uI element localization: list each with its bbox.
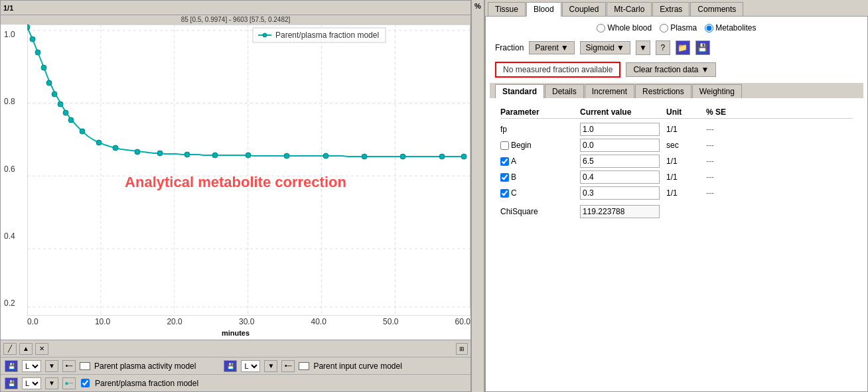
svg-point-20 [58,101,63,107]
question-icon-btn[interactable]: ? [656,40,670,55]
main-tab-bar: Tissue Blood Coupled Mt-Carlo Extras Com… [485,0,868,16]
legend-row-activity: 💾 L ▼ •─ Parent plasma activity model 💾 … [1,357,470,374]
fraction-checkbox[interactable] [81,379,90,387]
params-header: Parameter Current value Unit % SE [500,106,853,119]
tab-comments[interactable]: Comments [690,2,743,16]
tab-blood[interactable]: Blood [526,2,561,17]
tab-coupled[interactable]: Coupled [562,2,607,16]
radio-metabolites-label: Metabolites [715,23,756,33]
param-b-label: B [500,172,580,182]
param-checkbox-c[interactable] [500,189,509,198]
param-pct-fp: --- [706,125,746,134]
size-select-3[interactable]: L [22,377,41,389]
param-unit-begin: sec [666,141,706,150]
param-input-fp[interactable] [580,123,660,136]
param-unit-c: 1/1 [666,188,706,198]
svg-point-28 [184,152,190,157]
dropdown-btn-1[interactable]: ▼ [45,360,58,372]
param-begin-label: Begin [500,141,580,150]
sub-tab-increment[interactable]: Increment [585,84,634,98]
pct-label: % [474,2,481,10]
param-row-b: B 1/1 --- [500,169,853,185]
dropdown-btn-2[interactable]: ▼ [264,360,277,372]
size-select-2[interactable]: L [241,360,260,372]
radio-whole-blood-input[interactable] [597,24,605,33]
toolbar-close-btn[interactable]: ✕ [35,343,48,355]
param-pct-c: --- [706,188,746,198]
chart-coord-label: 85 [0.5, 0.9974] - 9603 [57.5, 0.2482] [1,15,470,25]
save-btn-2[interactable]: 💾 [224,360,237,372]
legend-color-2 [299,362,309,370]
chisquare-label: ChiSquare [500,207,580,216]
param-checkbox-begin[interactable] [500,141,509,150]
folder-icon-btn[interactable]: 📁 [676,40,690,55]
sub-tab-restrictions[interactable]: Restrictions [635,84,691,98]
toolbar-line-btn[interactable]: ╱ [3,343,17,355]
param-name-c: C [511,188,517,198]
tab-content: Whole blood Plasma Metabolites Fraction … [485,16,868,392]
radio-whole-blood: Whole blood [597,23,652,33]
param-row-fp: fp 1/1 --- [500,121,853,137]
alert-box: No measured fraction available [495,62,620,78]
tab-tissue[interactable]: Tissue [488,2,526,16]
save-btn-1[interactable]: 💾 [5,360,18,372]
param-checkbox-a[interactable] [500,157,509,166]
dot-btn-3[interactable]: ●─ [62,377,76,389]
toolbar-expand-btn[interactable]: ⊞ [456,343,468,355]
fraction-dropdown[interactable]: Parent ▼ [529,41,574,54]
param-unit-b: 1/1 [666,172,706,182]
dot-btn-1[interactable]: •─ [62,360,76,372]
col-parameter: Parameter [500,107,580,117]
chart-svg: Parent/plasma fraction model [27,25,470,316]
radio-metabolites-input[interactable] [705,24,713,33]
model-dropdown[interactable]: Sigmoid ▼ [580,41,630,54]
sub-tab-weighting[interactable]: Weighting [692,84,742,98]
param-row-a: A 1/1 --- [500,153,853,169]
clear-chevron-icon: ▼ [701,65,709,74]
toolbar-up-btn[interactable]: ▲ [19,343,33,355]
save-btn-3[interactable]: 💾 [5,377,18,389]
save-icon-btn[interactable]: 💾 [695,40,710,55]
param-name-fp: fp [500,125,580,134]
dot-btn-2[interactable]: •─ [281,360,295,372]
param-input-c[interactable] [580,186,660,200]
sub-tab-details[interactable]: Details [545,84,584,98]
legend-label-fraction: Parent/plasma fraction model [95,379,198,388]
chart-x-labels: 0.0 10.0 20.0 30.0 40.0 50.0 60.0 [27,317,470,326]
legend-row-fraction: 💾 L ▼ ●─ Parent/plasma fraction model [1,374,470,391]
svg-text:Parent/plasma fraction model: Parent/plasma fraction model [275,31,379,40]
param-row-begin: Begin sec --- [500,137,853,153]
param-c-label: C [500,188,580,198]
size-select-1[interactable]: L [22,360,41,372]
svg-point-36 [461,154,467,159]
filter-icon-btn[interactable]: ▼ [636,40,650,55]
sub-tab-standard[interactable]: Standard [495,84,544,98]
svg-point-25 [113,145,118,151]
svg-point-22 [68,117,74,123]
svg-point-18 [46,80,52,86]
tab-mtcarlo[interactable]: Mt-Carlo [607,2,652,16]
clear-fraction-btn[interactable]: Clear fraction data ▼ [626,62,716,77]
param-checkbox-b[interactable] [500,173,509,182]
param-a-label: A [500,157,580,166]
dropdown-btn-3[interactable]: ▼ [45,377,58,389]
svg-point-14 [27,25,30,30]
chart-title: 1/1 [3,4,13,12]
col-current-value: Current value [580,107,666,117]
tab-extras[interactable]: Extras [652,2,689,16]
param-input-b[interactable] [580,170,660,184]
radio-plasma-input[interactable] [660,24,668,33]
param-pct-a: --- [706,157,746,166]
svg-point-15 [30,36,35,42]
param-input-begin[interactable] [580,139,660,152]
param-pct-begin: --- [706,141,746,150]
legend-rows: 💾 L ▼ •─ Parent plasma activity model 💾 … [1,357,470,391]
param-row-c: C 1/1 --- [500,185,853,201]
param-unit-a: 1/1 [666,157,706,166]
radio-whole-blood-label: Whole blood [607,23,652,33]
param-input-a[interactable] [580,155,660,168]
col-pct-se: % SE [706,107,746,117]
svg-rect-0 [27,25,470,316]
radio-plasma: Plasma [660,23,697,33]
chart-y-labels: 1.0 0.8 0.6 0.4 0.2 [4,25,15,313]
